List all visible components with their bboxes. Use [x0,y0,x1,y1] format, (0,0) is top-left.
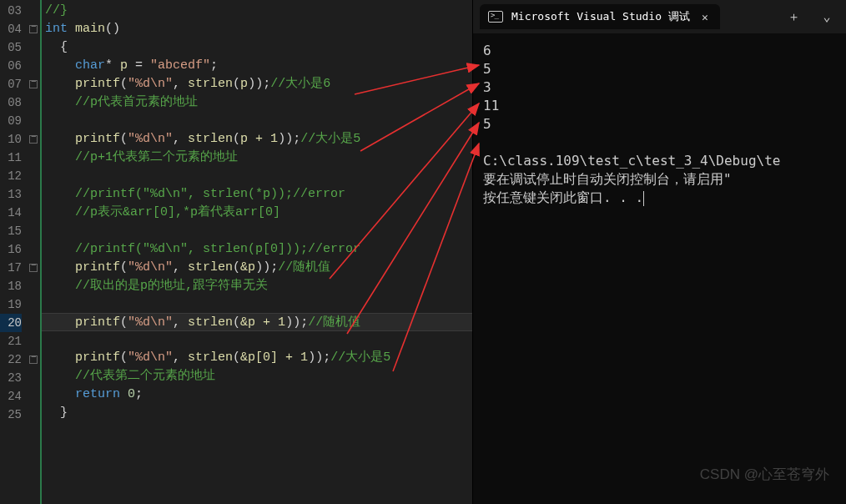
fold-toggle-icon[interactable] [29,135,38,144]
output-line: 5 [483,116,491,132]
output-message: 要在调试停止时自动关闭控制台，请启用" [483,171,732,187]
code-comment: //} [45,3,68,18]
output-line: 3 [483,79,491,95]
console-tab[interactable]: Microsoft Visual Studio 调试 ✕ [480,4,720,29]
fold-toggle-icon[interactable] [29,25,38,33]
debug-console: Microsoft Visual Studio 调试 ✕ ＋ ⌄ 6 5 3 1… [473,0,846,504]
tab-dropdown-icon[interactable]: ⌄ [814,4,839,29]
fold-toggle-icon[interactable] [29,355,38,364]
fold-toggle-icon[interactable] [29,80,38,88]
watermark: CSDN @心至苍穹外 [700,465,829,484]
output-line: 5 [483,61,491,77]
code-area[interactable]: //} int main() { char* p = "abcedf"; pri… [42,0,472,504]
console-output[interactable]: 6 5 3 11 5 C:\class.109\test_c\test_3_4\… [473,33,846,504]
current-line: printf("%d\n", strlen(&p + 1));//随机值 [42,313,472,331]
code-editor[interactable]: 0304050607080910111213141516171819202122… [0,0,473,504]
fold-toggle-icon[interactable] [29,264,38,272]
new-tab-button[interactable]: ＋ [781,4,806,29]
code-folding-column [27,0,42,504]
close-icon[interactable]: ✕ [698,10,712,23]
terminal-icon [488,11,503,23]
output-line: 11 [483,98,499,113]
output-message: 按任意键关闭此窗口. . . [483,189,643,205]
output-path: C:\class.109\test_c\test_3_4\Debug\te [483,153,780,169]
line-number-gutter: 0304050607080910111213141516171819202122… [0,0,27,504]
output-line: 6 [483,43,491,58]
text-cursor [643,191,644,206]
tab-title: Microsoft Visual Studio 调试 [511,9,690,24]
console-tab-bar: Microsoft Visual Studio 调试 ✕ ＋ ⌄ [473,0,846,33]
